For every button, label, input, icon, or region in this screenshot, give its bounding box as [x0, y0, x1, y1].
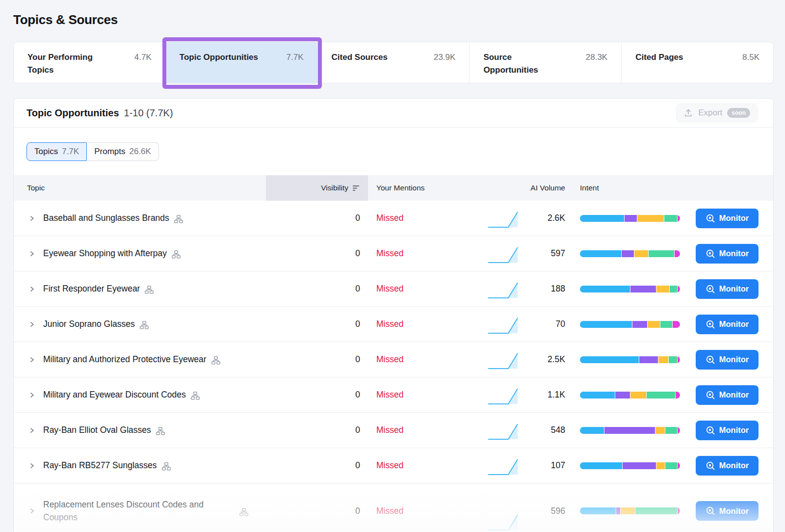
- monitor-magnifier-icon: [706, 461, 715, 471]
- monitor-label: Monitor: [719, 249, 749, 258]
- mentions-status: Missed: [368, 506, 485, 516]
- expand-chevron-icon[interactable]: [28, 427, 35, 434]
- table-row: Ray-Ban RB5277 Sunglasses 0 Missed 107: [14, 448, 773, 483]
- panel-title: Topic Opportunities: [26, 107, 119, 119]
- expand-chevron-icon[interactable]: [28, 215, 35, 222]
- monitor-magnifier-icon: [706, 506, 715, 516]
- trend-sparkline: [485, 342, 520, 377]
- intent-segment: [580, 356, 639, 363]
- toggle-prompts[interactable]: Prompts 26.6K: [87, 142, 159, 161]
- export-button[interactable]: Export soon: [676, 104, 758, 122]
- expand-chevron-icon[interactable]: [28, 462, 35, 469]
- soon-badge: soon: [727, 108, 750, 118]
- mentions-status: Missed: [368, 425, 485, 435]
- topic-name[interactable]: Military and Authorized Protective Eyewe…: [43, 353, 207, 366]
- tab-cited-pages[interactable]: Cited Pages 8.5K: [621, 42, 773, 83]
- column-header-actions: [684, 175, 773, 201]
- intent-segment: [634, 250, 648, 257]
- tab-label: Cited Sources: [332, 51, 388, 64]
- tab-label: Source Opportunities: [483, 51, 545, 77]
- topic-name[interactable]: Ray-Ban Elliot Oval Glasses: [43, 424, 151, 436]
- visibility-value: 0: [266, 506, 368, 516]
- expand-chevron-icon[interactable]: [28, 321, 35, 328]
- intent-distribution-bar: [580, 250, 680, 257]
- monitor-button[interactable]: Monitor: [696, 209, 759, 228]
- upload-icon: [683, 108, 693, 118]
- column-header-spacer: [485, 175, 520, 201]
- intent-segment: [621, 250, 634, 257]
- intent-distribution-bar: [580, 392, 680, 399]
- intent-segment: [615, 392, 630, 399]
- topic-name[interactable]: Ray-Ban RB5277 Sunglasses: [43, 459, 157, 472]
- intent-distribution-bar: [580, 462, 680, 469]
- topic-name[interactable]: Replacement Lenses Discount Codes and Co…: [43, 498, 235, 524]
- topic-name[interactable]: Baseball and Sunglasses Brands: [43, 212, 169, 224]
- toggle-topics-label: Topics: [34, 147, 58, 157]
- monitor-button[interactable]: Monitor: [696, 421, 759, 440]
- monitor-button[interactable]: Monitor: [696, 385, 759, 405]
- visibility-value: 0: [266, 284, 368, 294]
- topic-name[interactable]: Eyewear Shopping with Afterpay: [43, 247, 167, 260]
- topic-name[interactable]: Junior Soprano Glasses: [43, 318, 135, 330]
- intent-segment: [604, 427, 655, 434]
- trend-sparkline: [485, 201, 520, 236]
- monitor-button[interactable]: Monitor: [696, 244, 759, 264]
- subtopics-sitemap-icon: [191, 392, 200, 400]
- intent-segment: [677, 427, 680, 434]
- tab-topic-opportunities[interactable]: Topic Opportunities 7.7K: [165, 42, 317, 83]
- trend-sparkline: [485, 236, 520, 271]
- intent-segment: [639, 356, 658, 363]
- expand-chevron-icon[interactable]: [28, 392, 35, 399]
- monitor-button[interactable]: Monitor: [696, 501, 759, 521]
- expand-chevron-icon[interactable]: [28, 356, 35, 363]
- intent-segment: [677, 462, 680, 469]
- column-header-visibility[interactable]: Visibility: [266, 175, 368, 201]
- tab-label: Your Performing Topics: [27, 51, 96, 77]
- intent-distribution-bar: [580, 356, 680, 363]
- table-row: First Responder Eyewear 0 Missed 188: [14, 271, 773, 307]
- export-label: Export: [698, 108, 722, 118]
- intent-segment: [660, 321, 672, 328]
- mentions-status: Missed: [368, 248, 485, 259]
- ai-volume-value: 2.5K: [520, 354, 565, 365]
- mentions-status: Missed: [368, 390, 485, 400]
- intent-segment: [616, 507, 620, 514]
- tab-your-performing-topics[interactable]: Your Performing Topics 4.7K: [14, 42, 165, 83]
- toggle-topics[interactable]: Topics 7.7K: [26, 142, 87, 161]
- trend-sparkline: [485, 307, 520, 342]
- monitor-button[interactable]: Monitor: [696, 350, 759, 370]
- expand-chevron-icon[interactable]: [28, 250, 35, 257]
- tab-cited-sources[interactable]: Cited Sources 23.9K: [317, 42, 470, 83]
- intent-segment: [647, 321, 660, 328]
- subtopics-sitemap-icon: [156, 427, 165, 435]
- topics-prompts-toggle: Topics 7.7K Prompts 26.6K: [26, 142, 159, 161]
- ai-volume-value: 597: [520, 248, 565, 259]
- tab-source-opportunities[interactable]: Source Opportunities 28.3K: [469, 42, 621, 83]
- subtopics-sitemap-icon: [140, 321, 149, 329]
- monitor-button[interactable]: Monitor: [696, 279, 759, 299]
- visibility-value: 0: [266, 354, 368, 365]
- subtopics-sitemap-icon: [211, 356, 220, 365]
- expand-chevron-icon[interactable]: [28, 507, 35, 514]
- monitor-button[interactable]: Monitor: [696, 456, 759, 476]
- visibility-value: 0: [266, 390, 368, 400]
- mentions-status: Missed: [368, 319, 485, 329]
- ai-volume-value: 2.6K: [520, 213, 565, 223]
- table-body: Baseball and Sunglasses Brands 0 Missed …: [14, 201, 773, 532]
- monitor-label: Monitor: [719, 390, 749, 399]
- intent-segment: [677, 215, 680, 222]
- ai-volume-value: 1.1K: [520, 390, 565, 400]
- subtopics-sitemap-icon: [145, 286, 154, 294]
- expand-chevron-icon[interactable]: [28, 286, 35, 293]
- monitor-label: Monitor: [719, 355, 749, 364]
- topic-name[interactable]: Military and Eyewear Discount Codes: [43, 388, 186, 401]
- intent-segment: [672, 321, 680, 328]
- intent-segment: [580, 250, 621, 257]
- monitor-button[interactable]: Monitor: [696, 315, 759, 334]
- table-row: Eyewear Shopping with Afterpay 0 Missed …: [14, 236, 773, 271]
- monitor-label: Monitor: [719, 284, 749, 293]
- intent-segment: [620, 507, 635, 514]
- table-row: Military and Eyewear Discount Codes 0 Mi…: [14, 377, 773, 413]
- topic-name[interactable]: First Responder Eyewear: [43, 282, 140, 295]
- subtopics-sitemap-icon: [172, 250, 181, 259]
